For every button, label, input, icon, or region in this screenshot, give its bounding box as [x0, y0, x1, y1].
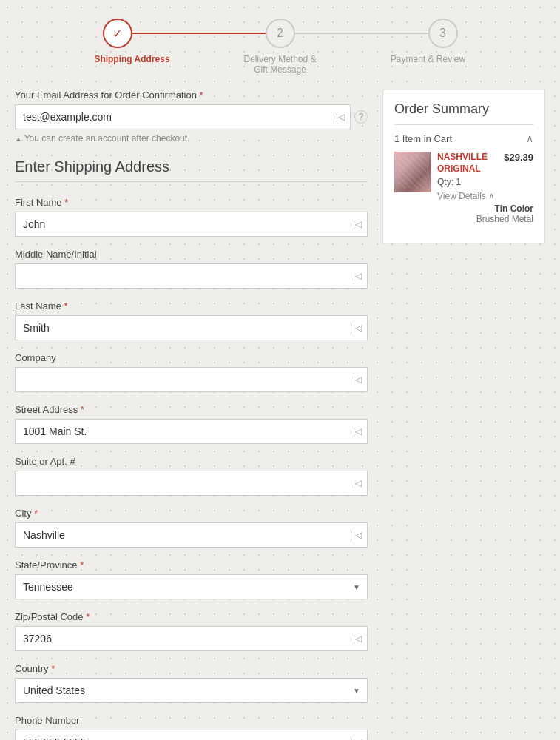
city-edit-icon: |◁: [353, 530, 362, 540]
zip-edit-icon: |◁: [353, 633, 362, 644]
item-image: [394, 152, 431, 192]
phone-row: |◁: [15, 730, 368, 740]
step-line-2: [295, 33, 428, 34]
middle-name-field: Middle Name/Initial |◁: [15, 249, 368, 289]
zip-input[interactable]: [15, 626, 368, 651]
item-price: $29.39: [504, 152, 533, 163]
items-in-cart: 1 Item in Cart ∧: [394, 132, 533, 144]
phone-input[interactable]: [15, 730, 368, 740]
last-name-edit-icon: |◁: [353, 323, 362, 333]
view-details-toggle[interactable]: View Details ∧: [437, 191, 533, 201]
right-panel: Order Summary 1 Item in Cart ∧ NASHVILLE…: [382, 90, 545, 740]
item-price-row: NASHVILLE ORIGINAL $29.39: [437, 152, 533, 175]
suite-edit-icon: |◁: [353, 478, 362, 488]
email-input-wrapper: |◁: [15, 104, 351, 130]
section-divider: [15, 181, 368, 182]
phone-label: Phone Number: [15, 715, 368, 726]
last-name-field: Last Name * |◁: [15, 300, 368, 340]
country-select[interactable]: United States Canada United Kingdom: [15, 678, 368, 703]
street-field: Street Address * |◁: [15, 404, 368, 444]
last-name-input[interactable]: [15, 315, 368, 340]
account-note: You can create an account after checkout…: [15, 133, 368, 144]
step-2-label: Delivery Method & Gift Message: [236, 54, 325, 75]
state-required: *: [80, 559, 84, 571]
phone-input-wrapper: |◁: [15, 730, 368, 740]
company-edit-icon: |◁: [353, 374, 362, 385]
state-field: State/Province * Tennessee Alabama Calif…: [15, 559, 368, 599]
brushed-metal-attr: Brushed Metal: [437, 214, 533, 224]
zip-required: *: [86, 611, 90, 622]
middle-name-input-wrapper: |◁: [15, 263, 368, 289]
first-name-edit-icon: |◁: [353, 219, 362, 229]
item-attrs: Tin Color Brushed Metal: [437, 204, 533, 224]
phone-field: Phone Number |◁: [15, 715, 368, 740]
item-details: NASHVILLE ORIGINAL $29.39 Qty: 1 View De…: [437, 152, 533, 224]
company-label: Company: [15, 352, 368, 363]
street-edit-icon: |◁: [353, 426, 362, 437]
country-select-wrapper: United States Canada United Kingdom: [15, 678, 368, 703]
suite-field: Suite or Apt. # |◁: [15, 456, 368, 496]
state-select-wrapper: Tennessee Alabama California New York Te…: [15, 574, 368, 599]
step-2-number: 2: [277, 27, 283, 40]
email-input[interactable]: [15, 104, 351, 130]
step-3-number: 3: [439, 27, 446, 40]
last-name-required: *: [64, 300, 68, 312]
item-qty: Qty: 1: [437, 177, 533, 187]
first-name-required: *: [64, 197, 68, 208]
suite-input-wrapper: |◁: [15, 471, 368, 496]
email-row: |◁ ?: [15, 104, 368, 130]
shipping-title: Enter Shipping Address: [15, 158, 368, 175]
country-label: Country *: [15, 663, 368, 674]
state-select[interactable]: Tennessee Alabama California New York Te…: [15, 574, 368, 599]
page-wrapper: ✓ 2 3 Shipping Address Delivery Method &…: [0, 0, 560, 740]
suite-input[interactable]: [15, 471, 368, 496]
brushed-metal-value: Brushed Metal: [476, 214, 533, 224]
summary-divider: [394, 124, 533, 125]
step-3-circle: 3: [428, 18, 458, 48]
zip-field: Zip/Postal Code * |◁: [15, 611, 368, 651]
tin-color-label: Tin Color: [495, 204, 533, 214]
item-name: NASHVILLE ORIGINAL: [437, 152, 504, 175]
middle-name-edit-icon: |◁: [353, 271, 362, 281]
progress-labels: Shipping Address Delivery Method & Gift …: [103, 54, 458, 75]
step-2-circle: 2: [266, 18, 295, 48]
help-icon[interactable]: ?: [354, 110, 368, 124]
last-name-label: Last Name *: [15, 300, 368, 312]
country-field: Country * United States Canada United Ki…: [15, 663, 368, 703]
company-field: Company |◁: [15, 352, 368, 392]
street-input-wrapper: |◁: [15, 419, 368, 444]
cart-count: 1 Item in Cart: [394, 133, 452, 144]
tin-color-attr: Tin Color: [437, 204, 533, 214]
order-summary-title: Order Summary: [394, 101, 533, 117]
middle-name-label: Middle Name/Initial: [15, 249, 368, 260]
zip-input-wrapper: |◁: [15, 626, 368, 651]
phone-edit-icon: |◁: [353, 737, 362, 740]
city-field: City * |◁: [15, 508, 368, 548]
left-panel: Your Email Address for Order Confirmatio…: [15, 90, 368, 740]
street-label: Street Address *: [15, 404, 368, 415]
country-required: *: [51, 663, 55, 674]
order-summary: Order Summary 1 Item in Cart ∧ NASHVILLE…: [382, 90, 545, 243]
first-name-input-wrapper: |◁: [15, 212, 368, 237]
middle-name-input[interactable]: [15, 263, 368, 289]
zip-label: Zip/Postal Code *: [15, 611, 368, 622]
suite-label: Suite or Apt. #: [15, 456, 368, 467]
shipping-section: Enter Shipping Address First Name * |◁ M…: [15, 158, 368, 740]
main-layout: Your Email Address for Order Confirmatio…: [15, 90, 545, 740]
first-name-label: First Name *: [15, 197, 368, 208]
city-label: City *: [15, 508, 368, 519]
street-input[interactable]: [15, 419, 368, 444]
cart-toggle-icon[interactable]: ∧: [526, 132, 533, 144]
city-input[interactable]: [15, 522, 368, 548]
first-name-field: First Name * |◁: [15, 197, 368, 237]
view-details-chevron-icon: ∧: [488, 191, 495, 201]
step-1-circle: ✓: [103, 18, 132, 48]
city-input-wrapper: |◁: [15, 522, 368, 548]
first-name-input[interactable]: [15, 212, 368, 237]
email-label: Your Email Address for Order Confirmatio…: [15, 90, 368, 101]
email-section: Your Email Address for Order Confirmatio…: [15, 90, 368, 144]
progress-section: ✓ 2 3 Shipping Address Delivery Method &…: [15, 7, 545, 82]
company-input-wrapper: |◁: [15, 367, 368, 392]
step-3-label: Payment & Review: [384, 54, 473, 75]
company-input[interactable]: [15, 367, 368, 392]
